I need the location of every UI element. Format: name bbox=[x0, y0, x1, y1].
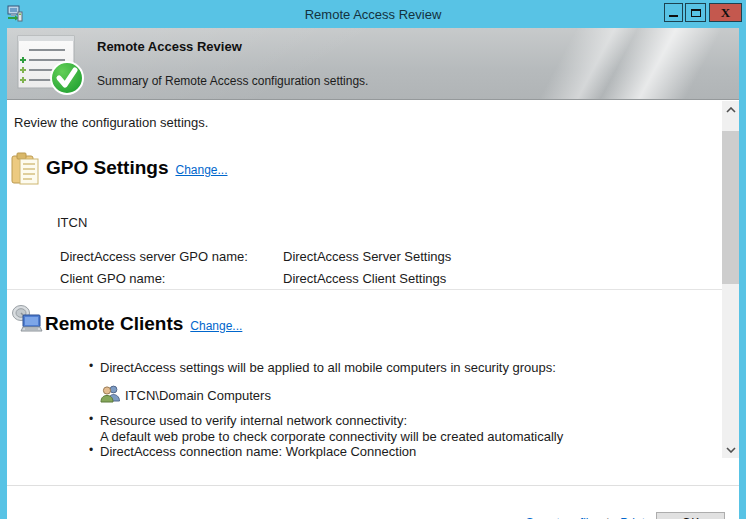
chevron-down-icon bbox=[726, 447, 736, 453]
remote-clients-change-link[interactable]: Change... bbox=[190, 319, 242, 333]
scroll-up-button[interactable] bbox=[722, 101, 739, 118]
vertical-scrollbar[interactable] bbox=[722, 101, 739, 458]
dialog-window: Remote Access Review X bbox=[0, 0, 746, 519]
summary-check-icon bbox=[15, 34, 89, 100]
gpo-client-label: Client GPO name: bbox=[60, 271, 283, 286]
bullet-security-groups: DirectAccess settings will be applied to… bbox=[100, 360, 556, 375]
close-button[interactable]: X bbox=[709, 3, 742, 22]
gpo-section-title: GPO Settings bbox=[46, 157, 168, 179]
remote-clients-icon bbox=[11, 304, 44, 341]
bullet-connection-name: DirectAccess connection name: Workplace … bbox=[100, 444, 416, 459]
footer-actions: Save to a file | Print OK bbox=[526, 511, 725, 519]
remote-clients-section-title: Remote Clients bbox=[45, 313, 183, 335]
header-subtitle: Summary of Remote Access configuration s… bbox=[97, 74, 368, 88]
intro-text: Review the configuration settings. bbox=[14, 115, 208, 130]
header-title: Remote Access Review bbox=[97, 39, 242, 54]
gpo-section-header: GPO Settings Change... bbox=[46, 157, 228, 179]
scrollbar-thumb[interactable] bbox=[722, 131, 739, 284]
chevron-up-icon bbox=[726, 107, 736, 113]
review-content: Review the configuration settings. GPO S… bbox=[7, 101, 739, 485]
minimize-icon bbox=[669, 15, 678, 17]
dialog-body: Remote Access Review Summary of Remote A… bbox=[7, 28, 739, 512]
minimize-button[interactable] bbox=[664, 3, 683, 22]
gpo-server-value: DirectAccess Server Settings bbox=[283, 249, 451, 264]
section-divider bbox=[7, 289, 722, 290]
gpo-row-client: Client GPO name:DirectAccess Client Sett… bbox=[60, 271, 446, 286]
gpo-server-label: DirectAccess server GPO name: bbox=[60, 249, 283, 264]
window-title: Remote Access Review bbox=[0, 0, 746, 28]
gpo-domain: ITCN bbox=[57, 215, 87, 230]
footer-bar: Save to a file | Print OK bbox=[7, 485, 739, 519]
security-group-icon bbox=[100, 384, 121, 407]
maximize-button[interactable] bbox=[685, 3, 706, 22]
gpo-change-link[interactable]: Change... bbox=[175, 163, 227, 177]
title-bar: Remote Access Review X bbox=[0, 0, 746, 28]
gpo-row-server: DirectAccess server GPO name:DirectAcces… bbox=[60, 249, 451, 264]
maximize-icon bbox=[691, 9, 701, 17]
gpo-client-value: DirectAccess Client Settings bbox=[283, 271, 446, 286]
ok-button[interactable]: OK bbox=[656, 512, 725, 519]
gpo-icon bbox=[11, 152, 40, 190]
remote-clients-section-header: Remote Clients Change... bbox=[45, 313, 242, 335]
security-group-name: ITCN\Domain Computers bbox=[125, 388, 271, 403]
bullet-probe-label: Resource used to verify internal network… bbox=[100, 413, 407, 428]
wizard-header: Remote Access Review Summary of Remote A… bbox=[7, 28, 739, 100]
bullet-probe-detail: A default web probe to check corporate c… bbox=[100, 429, 563, 444]
scroll-down-button[interactable] bbox=[722, 441, 739, 458]
close-icon: X bbox=[721, 6, 730, 19]
